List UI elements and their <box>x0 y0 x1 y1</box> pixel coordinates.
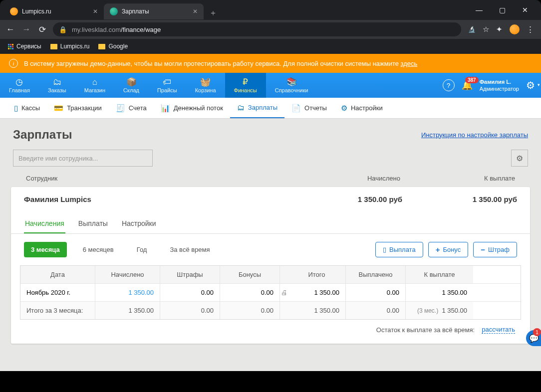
plus-icon: + <box>436 246 440 253</box>
bonus-button[interactable]: +Бонус <box>428 242 469 257</box>
range-3m[interactable]: 3 месяца <box>24 242 67 257</box>
invoice-icon: 🧾 <box>116 104 125 113</box>
employee-card: Фамилия Lumpics 1 350.00 руб 1 350.00 ру… <box>11 187 530 344</box>
nav-cart[interactable]: 🧺Корзина <box>186 73 225 98</box>
browser-titlebar: Lumpics.ru ✕ Зарплаты ✕ ＋ ― ▢ ✕ <box>0 0 541 20</box>
page-title: Зарплаты <box>13 128 72 142</box>
accrued-total: 1 350.00 руб <box>272 195 402 203</box>
tab-favicon-icon <box>10 7 18 15</box>
chevron-down-icon: ▾ <box>538 82 540 87</box>
range-year[interactable]: Год <box>130 242 154 257</box>
address-bar: ← → ⟳ 🔒 my.livesklad.com/finance/wage 🔬 … <box>0 20 541 39</box>
user-menu[interactable]: Фамилия L. Администратор <box>480 78 519 93</box>
subnav-reports[interactable]: 📄Отчеты <box>284 98 334 118</box>
nav-home[interactable]: ◷Главная <box>0 73 39 98</box>
tab-title: Зарплаты <box>122 8 149 15</box>
list-header: СотрудникНачисленоК выплате <box>13 170 528 187</box>
range-6m[interactable]: 6 месяцев <box>76 242 121 257</box>
gear-icon: ⚙ <box>341 104 347 113</box>
minimize-button[interactable]: ― <box>473 6 485 14</box>
cash-icon: ▯ <box>14 104 18 113</box>
payout-button[interactable]: ▯Выплата <box>375 242 423 257</box>
calculate-link[interactable]: рассчитать <box>482 326 515 334</box>
notifications-button[interactable]: 🔔387 <box>462 80 473 91</box>
close-icon[interactable]: ✕ <box>93 8 98 15</box>
print-button[interactable]: 🖨 <box>280 284 288 301</box>
forward-button[interactable]: → <box>21 24 32 34</box>
basket-icon: 🧺 <box>200 78 211 86</box>
nav-finance[interactable]: ₽Финансы <box>225 73 266 98</box>
tab-title: Lumpics.ru <box>22 8 51 15</box>
subnav-cashflow[interactable]: 📊Денежный поток <box>154 98 230 118</box>
nav-prices[interactable]: 🏷Прайсы <box>148 73 186 98</box>
subnav-cashboxes[interactable]: ▯Кассы <box>7 98 47 118</box>
close-button[interactable]: ✕ <box>519 6 531 14</box>
subnav-wages[interactable]: 🗂Зарплаты <box>230 98 284 118</box>
info-icon: i <box>9 59 18 68</box>
tab-favicon-icon <box>110 7 118 15</box>
minus-icon: − <box>481 246 485 253</box>
data-table: Дата Начислено Штрафы Бонусы Итого Выпла… <box>20 265 521 320</box>
help-button[interactable]: ? <box>443 79 455 91</box>
instruction-link[interactable]: Инструкция по настройке зарплаты <box>421 131 528 139</box>
table-header: Дата Начислено Штрафы Бонусы Итого Выпла… <box>20 266 521 284</box>
ruble-icon: ₽ <box>243 78 248 86</box>
translate-icon[interactable]: 🔬 <box>468 26 476 33</box>
payout-total: 1 350.00 руб <box>402 195 517 203</box>
chat-widget[interactable]: 💬 1 <box>526 330 541 346</box>
box-icon: 📦 <box>126 78 137 86</box>
tab-settings[interactable]: Настройки <box>121 215 157 233</box>
star-icon[interactable]: ☆ <box>483 25 489 34</box>
folder-icon: 🗂 <box>237 103 245 112</box>
subnav-settings[interactable]: ⚙Настройки <box>334 98 390 118</box>
back-button[interactable]: ← <box>5 24 16 34</box>
gear-icon: ⚙ <box>516 154 523 163</box>
tab-accruals[interactable]: Начисления <box>24 215 65 233</box>
folder-icon <box>98 44 105 49</box>
bookmark-folder[interactable]: Google <box>98 43 128 50</box>
gauge-icon: ◷ <box>15 78 23 86</box>
range-all[interactable]: За всё время <box>163 242 217 257</box>
maximize-button[interactable]: ▢ <box>496 6 508 14</box>
subnav-invoices[interactable]: 🧾Счета <box>109 98 154 118</box>
settings-button[interactable]: ⚙ <box>511 150 528 167</box>
balance-label: Остаток к выплате за всё время: <box>376 326 475 334</box>
shop-icon: ⌂ <box>92 78 97 86</box>
tag-icon: 🏷 <box>163 78 171 86</box>
nav-reference[interactable]: 📚Справочники <box>266 73 317 98</box>
nav-shop[interactable]: ⌂Магазин <box>75 73 114 98</box>
bookmark-folder[interactable]: Lumpics.ru <box>50 43 90 50</box>
subnav-transactions[interactable]: 💳Транзакции <box>47 98 109 118</box>
apps-button[interactable]: Сервисы <box>8 43 41 50</box>
extension-icon[interactable]: ✦ <box>496 25 503 34</box>
bookmarks-bar: Сервисы Lumpics.ru Google <box>0 39 541 54</box>
browser-tab-1[interactable]: Lumpics.ru ✕ <box>4 3 104 19</box>
folder-icon <box>50 44 57 49</box>
orders-icon: 🗂 <box>53 78 61 86</box>
new-tab-button[interactable]: ＋ <box>207 6 220 19</box>
books-icon: 📚 <box>286 78 297 86</box>
nav-orders[interactable]: 🗂Заказы <box>39 73 75 98</box>
close-icon[interactable]: ✕ <box>193 8 198 15</box>
nav-warehouse[interactable]: 📦Склад <box>114 73 148 98</box>
demo-banner: i В систему загружены демо-данные, чтобы… <box>0 54 541 73</box>
url-input[interactable]: 🔒 my.livesklad.com/finance/wage <box>53 22 461 36</box>
accrued-link[interactable]: 1 350.00 <box>95 284 160 301</box>
reload-button[interactable]: ⟳ <box>37 24 48 35</box>
apps-grid-icon <box>8 44 13 49</box>
fine-button[interactable]: −Штраф <box>473 242 517 257</box>
lock-icon: 🔒 <box>59 26 67 33</box>
profile-avatar-icon[interactable] <box>510 24 520 34</box>
menu-icon[interactable]: ⋮ <box>527 25 534 34</box>
cash-icon: ▯ <box>383 246 386 253</box>
sub-nav: ▯Кассы 💳Транзакции 🧾Счета 📊Денежный пото… <box>0 98 541 119</box>
notification-badge: 387 <box>465 77 479 83</box>
tab-payouts[interactable]: Выплаты <box>77 215 109 233</box>
table-total-row: Итого за 3 месяца: 1 350.00 0.00 0.00 1 … <box>20 302 521 319</box>
search-input[interactable]: Введите имя сотрудника... <box>13 150 153 167</box>
banner-link[interactable]: здесь <box>401 60 418 67</box>
table-row: Ноябрь 2020 г. 1 350.00 0.00 0.00 🖨 1 35… <box>20 284 521 302</box>
document-icon: 📄 <box>291 104 301 113</box>
browser-tab-2[interactable]: Зарплаты ✕ <box>104 3 204 19</box>
settings-menu[interactable]: ⚙▾ <box>526 79 535 91</box>
